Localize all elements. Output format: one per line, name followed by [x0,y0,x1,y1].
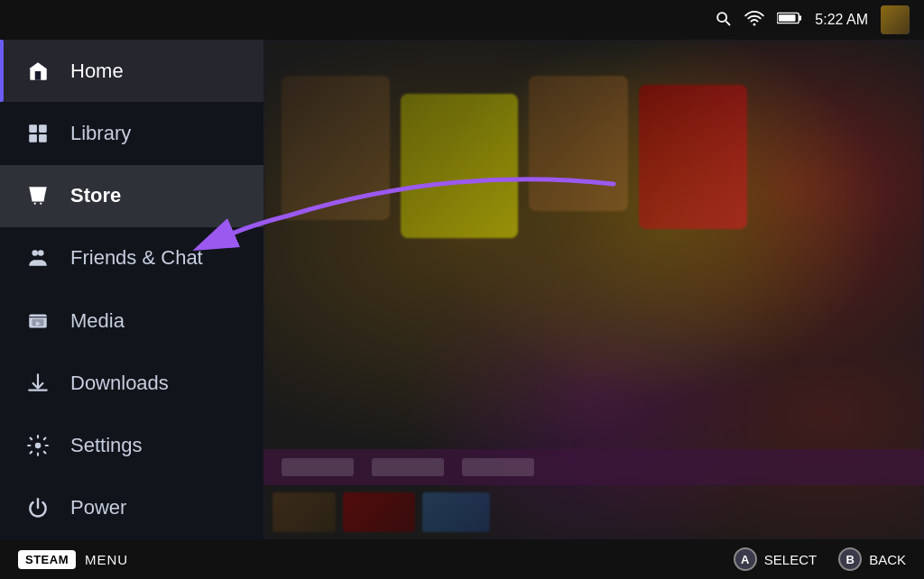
svg-point-9 [40,203,42,205]
power-icon [25,495,51,520]
sidebar-item-media[interactable]: Media [0,290,263,352]
svg-rect-6 [29,134,37,142]
svg-rect-7 [39,134,47,142]
b-button-circle: B [838,547,862,571]
wifi-icon [744,10,764,30]
svg-point-11 [38,251,44,257]
steam-menu-button[interactable]: STEAM MENU [18,550,128,569]
sidebar-item-label: Store [70,184,121,207]
sub-item-1 [282,458,354,476]
menu-label: MENU [85,552,128,567]
top-bar: 5:22 AM [0,0,924,40]
a-button-circle: A [734,547,757,571]
svg-point-8 [34,203,36,205]
status-icons: 5:22 AM [714,5,910,34]
clock-display: 5:22 AM [815,12,868,28]
sidebar-item-downloads[interactable]: Downloads [0,352,263,414]
bottom-right-buttons: A SELECT B BACK [734,547,906,571]
svg-point-14 [35,443,42,449]
svg-rect-2 [799,15,802,21]
svg-rect-4 [29,124,37,133]
sidebar-item-library[interactable]: Library [0,102,263,164]
game-thumb-4 [639,85,747,229]
svg-rect-3 [779,14,796,21]
media-icon [25,308,51,334]
friends-icon [25,245,51,271]
sidebar-item-label: Media [70,309,125,333]
library-icon [25,121,51,146]
sub-item-2 [372,458,444,476]
background-content [263,40,924,539]
bottom-bar: STEAM MENU A SELECT B BACK [0,539,924,579]
bottom-thumbnails [263,485,924,539]
search-icon[interactable] [714,9,732,32]
sidebar-item-home[interactable]: Home [0,40,263,102]
game-thumb-3 [529,76,628,211]
avatar[interactable] [881,5,910,34]
sidebar: Home Library Store Friends & Chat Media … [0,40,263,539]
sidebar-item-store[interactable]: Store [0,165,263,227]
home-icon [25,59,51,84]
active-indicator [0,40,4,102]
back-label: BACK [869,552,906,567]
bot-thumb-1 [273,492,336,532]
store-icon [25,183,51,208]
sub-item-3 [462,458,534,476]
sidebar-item-settings[interactable]: Settings [0,415,263,477]
bot-thumb-3 [422,492,490,532]
sidebar-item-label: Downloads [70,372,169,395]
select-button[interactable]: A SELECT [734,547,817,571]
svg-point-0 [753,23,756,26]
sidebar-item-label: Friends & Chat [70,246,203,270]
back-button[interactable]: B BACK [838,547,906,571]
svg-point-10 [32,251,39,257]
sidebar-item-label: Power [70,496,126,519]
battery-icon [777,11,802,29]
bot-thumb-2 [343,492,415,532]
steam-label: STEAM [18,550,76,569]
downloads-icon [25,371,51,396]
sidebar-item-power[interactable]: Power [0,477,263,539]
svg-rect-5 [39,124,47,133]
game-thumb-2 [401,94,518,238]
sidebar-item-label: Settings [70,434,143,457]
sidebar-item-friends[interactable]: Friends & Chat [0,227,263,290]
settings-icon [25,433,51,458]
game-thumb-1 [282,76,390,220]
select-label: SELECT [764,552,817,567]
sub-navigation-bar [263,449,924,485]
sidebar-item-label: Home [70,60,124,83]
sidebar-item-label: Library [70,122,131,145]
